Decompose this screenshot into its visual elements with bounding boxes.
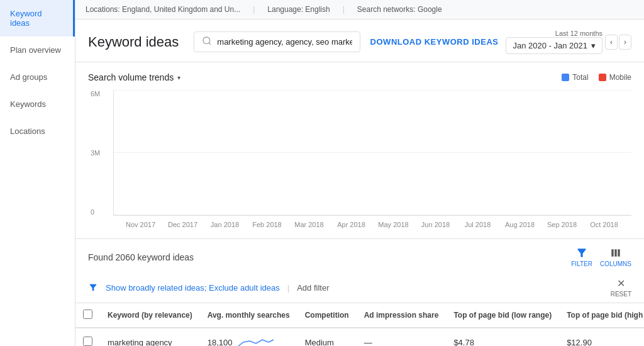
header-right: DOWNLOAD KEYWORD IDEAS Last 12 months Ja…	[370, 30, 631, 54]
x-label: Nov 2017	[119, 218, 162, 228]
trend-chart	[237, 335, 275, 346]
x-label: Feb 2018	[246, 218, 288, 228]
locations-label: Locations: England, United Kingdom and U…	[86, 5, 240, 14]
keyword-table: Keyword (by relevance) Avg. monthly sear…	[75, 303, 644, 346]
y-label-6m: 6M	[91, 90, 100, 98]
sidebar-item-keyword-ideas[interactable]: Keyword ideas	[0, 0, 75, 36]
page-title: Keyword ideas	[88, 34, 179, 50]
filter-icon	[88, 282, 98, 293]
search-input[interactable]	[217, 37, 352, 47]
sidebar-item-keywords[interactable]: Keywords	[0, 91, 75, 118]
th-checkbox	[75, 303, 100, 328]
x-label: Aug 2018	[499, 218, 541, 228]
x-label: Oct 2018	[583, 218, 625, 228]
competition-cell: Medium	[297, 328, 357, 346]
th-ad-impression: Ad impression share	[357, 303, 447, 328]
action-icons: FILTER COLUMNS	[571, 247, 631, 267]
select-all-checkbox[interactable]	[83, 310, 92, 319]
filter-button[interactable]: FILTER	[571, 247, 592, 267]
sidebar-item-ad-groups[interactable]: Ad groups	[0, 64, 75, 91]
legend-mobile: Mobile	[599, 73, 631, 82]
y-label-3m: 3M	[91, 149, 100, 157]
chart-section: Search volume trends ▾ Total Mobile 6M	[75, 62, 644, 238]
reset-button[interactable]: ✕ RESET	[611, 277, 631, 298]
chart-legend: Total Mobile	[562, 73, 631, 82]
next-date-button[interactable]: ›	[619, 35, 631, 50]
th-avg: Avg. monthly searches	[200, 303, 297, 328]
sidebar-item-plan-overview[interactable]: Plan overview	[0, 36, 75, 64]
bid-high-cell: $12.90	[559, 328, 644, 346]
found-text: Found 2060 keyword ideas	[88, 252, 194, 262]
keyword-cell: marketing agency	[100, 328, 200, 346]
x-labels: Nov 2017Dec 2017Jan 2018Feb 2018Mar 2018…	[113, 218, 631, 228]
app-layout: Keyword ideas Plan overview Ad groups Ke…	[0, 0, 644, 346]
bar-chart	[113, 90, 631, 216]
add-filter-link[interactable]: Add filter	[297, 283, 329, 293]
x-label: Jun 2018	[414, 218, 457, 228]
download-button[interactable]: DOWNLOAD KEYWORD IDEAS	[370, 37, 499, 47]
sidebar-item-locations[interactable]: Locations	[0, 118, 75, 145]
legend-total-color	[562, 74, 569, 81]
legend-total: Total	[562, 73, 588, 82]
date-range-value[interactable]: Jan 2020 - Jan 2021 ▾	[506, 37, 602, 54]
th-competition: Competition	[297, 303, 357, 328]
legend-mobile-color	[599, 74, 606, 81]
columns-button[interactable]: COLUMNS	[600, 247, 631, 267]
th-bid-low: Top of page bid (low range)	[446, 303, 559, 328]
x-label: Sep 2018	[541, 218, 583, 228]
bar-chart-container: 6M 3M 0 Nov 2017Dec 2017Jan 2	[88, 90, 631, 228]
avg-searches-cell: 18,100	[200, 328, 297, 346]
x-label: Jan 2018	[204, 218, 246, 228]
th-bid-high: Top of page bid (high range)	[559, 303, 644, 328]
chevron-down-icon: ▾	[591, 41, 596, 50]
filter-link[interactable]: Show broadly related ideas; Exclude adul…	[106, 283, 280, 293]
language-label: Language: English	[267, 5, 330, 14]
table-row: marketing agency18,100Medium—$4.78$12.90	[75, 328, 644, 346]
chart-header: Search volume trends ▾ Total Mobile	[88, 72, 631, 82]
chart-dropdown-icon[interactable]: ▾	[177, 74, 180, 81]
page-header: Keyword ideas DOWNLOAD KEYWORD IDEAS Las…	[75, 20, 644, 62]
filter-bar: Show broadly related ideas; Exclude adul…	[75, 272, 644, 303]
top-bar: Locations: England, United Kingdom and U…	[75, 0, 644, 20]
svg-line-1	[209, 43, 211, 45]
ad-impression-cell: —	[357, 328, 447, 346]
bid-low-cell: $4.78	[446, 328, 559, 346]
th-keyword: Keyword (by relevance)	[100, 303, 200, 328]
date-range-selector: Last 12 months Jan 2020 - Jan 2021 ▾ ‹ ›	[506, 30, 631, 54]
found-section: Found 2060 keyword ideas FILTER COLUMNS	[75, 238, 644, 272]
svg-point-0	[203, 37, 210, 44]
sidebar: Keyword ideas Plan overview Ad groups Ke…	[0, 0, 75, 346]
y-label-0: 0	[91, 208, 100, 216]
row-checkbox[interactable]	[83, 337, 92, 346]
main-content: Locations: England, United Kingdom and U…	[75, 0, 644, 346]
x-label: Apr 2018	[330, 218, 372, 228]
search-icon	[202, 36, 212, 48]
x-label: May 2018	[372, 218, 414, 228]
x-label: Jul 2018	[457, 218, 499, 228]
chart-bars	[114, 90, 631, 215]
prev-date-button[interactable]: ‹	[605, 35, 618, 50]
chart-title: Search volume trends	[88, 72, 174, 82]
networks-label: Search networks: Google	[357, 5, 442, 14]
date-nav-arrows: ‹ ›	[605, 35, 631, 50]
x-label: Mar 2018	[288, 218, 330, 228]
date-range-label: Last 12 months	[555, 30, 602, 37]
x-label: Dec 2017	[162, 218, 204, 228]
search-bar[interactable]	[194, 31, 360, 52]
